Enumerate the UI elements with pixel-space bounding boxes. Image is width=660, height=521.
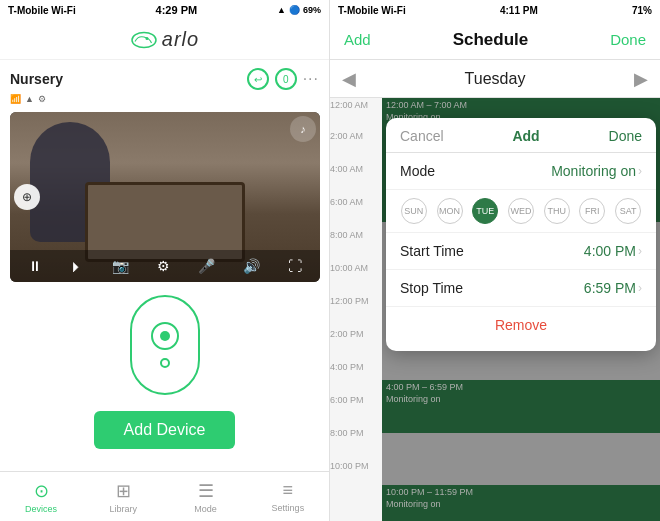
video-pause-btn[interactable]: ⏸: [28, 258, 42, 274]
tab-devices[interactable]: ⊙ Devices: [0, 480, 82, 514]
tab-settings[interactable]: ≡ Settings: [247, 480, 329, 513]
time-labels: 12:00 AM 2:00 AM 4:00 AM 6:00 AM 8:00 AM…: [330, 98, 382, 521]
counter-value: 0: [283, 74, 289, 85]
video-music-btn[interactable]: ♪: [290, 116, 316, 142]
left-header: arlo: [0, 20, 329, 60]
right-battery: 71%: [632, 5, 652, 16]
right-time: 4:11 PM: [500, 5, 538, 16]
popup-mode-row[interactable]: Mode Monitoring on ›: [386, 153, 656, 190]
right-status-bar: T-Mobile Wi-Fi 4:11 PM 71%: [330, 0, 660, 20]
video-pan-btn[interactable]: ⊕: [14, 184, 40, 210]
time-label-8: 4:00 PM: [330, 362, 382, 395]
day-mon[interactable]: MON: [437, 198, 463, 224]
popup-stop-time-row[interactable]: Stop Time 6:59 PM ›: [386, 270, 656, 307]
time-label-10: 8:00 PM: [330, 428, 382, 461]
nav-title: Schedule: [453, 30, 529, 50]
signal-bars-icon: ▲: [25, 94, 34, 104]
camera-name: Nursery: [10, 71, 63, 87]
right-carrier: T-Mobile Wi-Fi: [338, 5, 406, 16]
time-label-9: 6:00 PM: [330, 395, 382, 428]
add-device-button[interactable]: Add Device: [94, 411, 236, 449]
day-fri[interactable]: FRI: [579, 198, 605, 224]
popup-stop-time-value: 6:59 PM ›: [584, 280, 642, 296]
nav-add-button[interactable]: Add: [344, 31, 371, 48]
counter-circle[interactable]: 0: [275, 68, 297, 90]
time-label-7: 2:00 PM: [330, 329, 382, 362]
tab-library[interactable]: ⊞ Library: [82, 480, 164, 514]
bluetooth-icon: 🔵: [289, 5, 300, 15]
video-top-right-icon: ♪: [290, 116, 316, 142]
signal-icon: ▲: [277, 5, 286, 15]
day-sun[interactable]: SUN: [401, 198, 427, 224]
camera-icons: ↩ 0 ···: [247, 68, 319, 90]
time-label-0: 12:00 AM: [330, 98, 382, 131]
time-label-6: 12:00 PM: [330, 296, 382, 329]
time-label-4: 8:00 AM: [330, 230, 382, 263]
left-time: 4:29 PM: [156, 4, 198, 16]
battery-label: 69%: [303, 5, 321, 15]
day-tue[interactable]: TUE: [472, 198, 498, 224]
tab-mode[interactable]: ☰ Mode: [165, 480, 247, 514]
popup-done-button[interactable]: Done: [609, 128, 642, 144]
video-settings-btn[interactable]: ⚙: [157, 258, 170, 274]
popup-mode-label: Mode: [400, 163, 435, 179]
popup-stop-time-text: 6:59 PM: [584, 280, 636, 296]
popup-cancel-button[interactable]: Cancel: [400, 128, 444, 144]
popup-start-time-row[interactable]: Start Time 4:00 PM ›: [386, 233, 656, 270]
left-status-bar: T-Mobile Wi-Fi 4:29 PM ▲ 🔵 69%: [0, 0, 329, 20]
left-carrier: T-Mobile Wi-Fi: [8, 5, 76, 16]
popup-mode-value-text: Monitoring on: [551, 163, 636, 179]
arlo-text: arlo: [162, 28, 199, 51]
svg-point-1: [145, 37, 148, 40]
video-play-btn[interactable]: ⏵: [70, 258, 84, 274]
popup-mode-chevron: ›: [638, 164, 642, 178]
day-wed[interactable]: WED: [508, 198, 534, 224]
next-day-button[interactable]: ▶: [634, 68, 648, 90]
left-battery: ▲ 🔵 69%: [277, 5, 321, 15]
video-speaker-btn[interactable]: 🔊: [243, 258, 260, 274]
video-mic-btn[interactable]: 🎤: [198, 258, 215, 274]
device-lens-outer: [151, 322, 179, 350]
popup-remove-button[interactable]: Remove: [495, 317, 547, 333]
schedule-container: 12:00 AM 2:00 AM 4:00 AM 6:00 AM 8:00 AM…: [330, 98, 660, 521]
library-icon: ⊞: [116, 480, 131, 502]
time-label-3: 6:00 AM: [330, 197, 382, 230]
device-icon: [130, 295, 200, 395]
arlo-logo: arlo: [130, 28, 199, 51]
day-thu[interactable]: THU: [544, 198, 570, 224]
current-day: Tuesday: [465, 70, 526, 88]
video-left-controls: ⊕: [14, 184, 40, 210]
device-dot: [160, 358, 170, 368]
popup-mode-value: Monitoring on ›: [551, 163, 642, 179]
time-label-11: 10:00 PM: [330, 461, 382, 494]
popup-start-chevron: ›: [638, 244, 642, 258]
video-container: ⊕ ♪ ⏸ ⏵ 📷 ⚙ 🎤 🔊 ⛶: [10, 112, 320, 282]
cam-status-row: 📶 ▲ ⚙: [10, 94, 319, 104]
popup-add-button[interactable]: Add: [512, 128, 539, 144]
settings-icon: ≡: [283, 480, 294, 501]
popup-start-time-value: 4:00 PM ›: [584, 243, 642, 259]
tab-devices-label: Devices: [25, 504, 57, 514]
popup-stop-chevron: ›: [638, 281, 642, 295]
video-camera-btn[interactable]: 📷: [112, 258, 129, 274]
device-area: Add Device: [0, 282, 329, 471]
left-tab-bar: ⊙ Devices ⊞ Library ☰ Mode ≡ Settings: [0, 471, 329, 521]
tab-settings-label: Settings: [272, 503, 305, 513]
time-label-5: 10:00 AM: [330, 263, 382, 296]
video-fullscreen-btn[interactable]: ⛶: [288, 258, 302, 274]
day-selector: SUN MON TUE WED THU FRI SAT: [386, 190, 656, 233]
left-panel: T-Mobile Wi-Fi 4:29 PM ▲ 🔵 69% arlo Nurs…: [0, 0, 330, 521]
popup-start-time-text: 4:00 PM: [584, 243, 636, 259]
video-bottom-bar: ⏸ ⏵ 📷 ⚙ 🎤 🔊 ⛶: [10, 250, 320, 282]
schedule-grid[interactable]: 12:00 AM – 7:00 AMMonitoring on 4:00 PM …: [382, 98, 660, 521]
time-label-2: 4:00 AM: [330, 164, 382, 197]
prev-day-button[interactable]: ◀: [342, 68, 356, 90]
camera-name-row: Nursery ↩ 0 ···: [10, 68, 319, 90]
arlo-logo-icon: [130, 31, 158, 49]
nav-done-button[interactable]: Done: [610, 31, 646, 48]
popup-stop-time-label: Stop Time: [400, 280, 463, 296]
right-nav-bar: Add Schedule Done: [330, 20, 660, 60]
more-icon[interactable]: ···: [303, 70, 319, 88]
refresh-icon-circle[interactable]: ↩: [247, 68, 269, 90]
day-sat[interactable]: SAT: [615, 198, 641, 224]
